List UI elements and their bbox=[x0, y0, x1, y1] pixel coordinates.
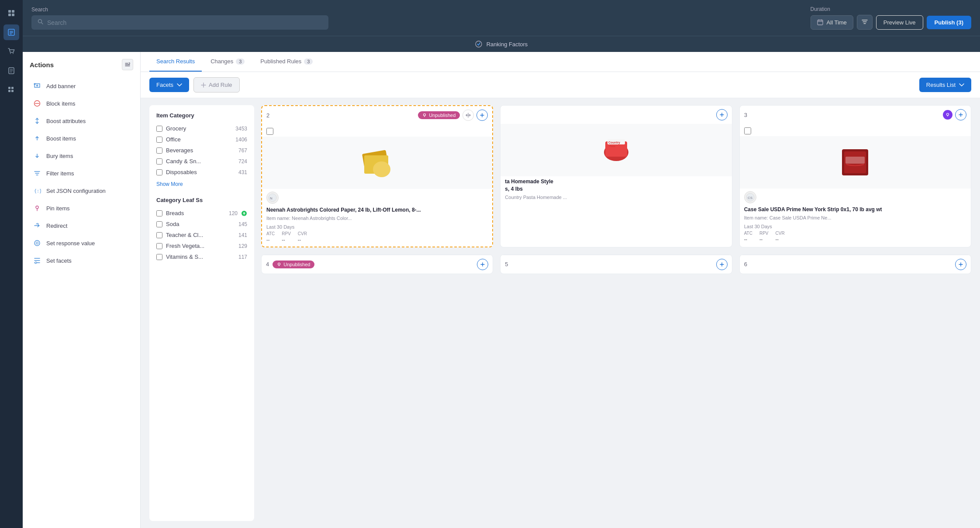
facet-group-item-category: Item Category Grocery 3453 Office 1406 bbox=[156, 112, 247, 188]
action-bury-items[interactable]: Bury items bbox=[30, 147, 133, 165]
svg-rect-12 bbox=[11, 87, 14, 89]
card-2-add-button[interactable] bbox=[476, 110, 488, 121]
facets-button[interactable]: Facets bbox=[149, 78, 189, 92]
card-5-add-button[interactable] bbox=[716, 259, 728, 270]
card-4-bottom: 4 Unpublished bbox=[262, 255, 493, 274]
tab-changes-label: Changes bbox=[210, 58, 233, 65]
action-set-json[interactable]: {:} Set JSON configuration bbox=[30, 182, 133, 199]
facet-item-office[interactable]: Office 1406 bbox=[156, 134, 247, 145]
product-card-5[interactable]: 5 bbox=[500, 254, 732, 274]
facet-item-breads[interactable]: Breads 120 bbox=[156, 208, 247, 219]
card-partial-add-button[interactable] bbox=[716, 109, 728, 120]
action-boost-attributes[interactable]: Boost attributes bbox=[30, 112, 133, 130]
product-card-3[interactable]: 3 bbox=[739, 105, 971, 247]
results-toolbar: Facets Add Rule Results List bbox=[141, 72, 980, 98]
facet-item-disposables[interactable]: Disposables 431 bbox=[156, 167, 247, 178]
search-box[interactable] bbox=[31, 15, 328, 30]
facet-item-beverages[interactable]: Beverages 767 bbox=[156, 145, 247, 156]
card-2-header-right: Unpublished bbox=[418, 110, 488, 121]
facet-label-beverages: Beverages bbox=[166, 147, 235, 154]
card-3-rpv-value: -- bbox=[759, 237, 769, 242]
sidebar-icon-apps[interactable] bbox=[3, 82, 19, 98]
card-3-checkbox[interactable] bbox=[744, 127, 751, 134]
card-4-bottom-left: 4 Unpublished bbox=[266, 261, 314, 268]
card-partial-header bbox=[500, 106, 732, 124]
action-boost-items[interactable]: Boost items bbox=[30, 130, 133, 147]
card-2-checkbox[interactable] bbox=[266, 128, 273, 135]
svg-rect-11 bbox=[8, 87, 10, 89]
facet-count-fresh-vegeta: 129 bbox=[238, 243, 247, 249]
facet-group-category-leaf: Category Leaf Ss Breads 120 bbox=[156, 197, 247, 262]
card-2-stats: ATC -- RPV -- CVR bbox=[266, 231, 488, 242]
facet-checkbox-vitamins[interactable] bbox=[156, 254, 162, 260]
card-5-number: 5 bbox=[505, 261, 508, 267]
action-filter-items[interactable]: Filter items bbox=[30, 165, 133, 182]
action-set-facets[interactable]: Set facets bbox=[30, 252, 133, 269]
facet-item-grocery[interactable]: Grocery 3453 bbox=[156, 123, 247, 134]
add-rule-button[interactable]: Add Rule bbox=[193, 77, 239, 93]
sidebar-icon-dashboard[interactable] bbox=[3, 24, 19, 40]
facet-item-fresh-vegeta[interactable]: Fresh Vegeta... 129 bbox=[156, 240, 247, 251]
facet-category-leaf-title: Category Leaf Ss bbox=[156, 197, 247, 203]
facet-checkbox-disposables[interactable] bbox=[156, 169, 162, 175]
sidebar-icon-cart[interactable] bbox=[3, 44, 19, 59]
card-3-add-button[interactable] bbox=[955, 109, 966, 120]
action-redirect[interactable]: Redirect bbox=[30, 217, 133, 234]
facet-item-vitamins[interactable]: Vitamins & S... 117 bbox=[156, 251, 247, 262]
main-container: Search Duration bbox=[23, 0, 980, 528]
card-3-product-svg bbox=[833, 143, 877, 182]
add-banner-label: Add banner bbox=[46, 83, 76, 89]
card-2-unpublished-badge: Unpublished bbox=[418, 111, 460, 119]
products-top-row: 2 Unpublished bbox=[261, 105, 971, 247]
facet-item-soda[interactable]: Soda 145 bbox=[156, 219, 247, 230]
filter-icon-button[interactable] bbox=[857, 15, 873, 30]
facet-checkbox-office[interactable] bbox=[156, 137, 162, 143]
svg-rect-16 bbox=[818, 20, 823, 25]
facet-checkbox-teacher[interactable] bbox=[156, 232, 162, 238]
facet-item-candy[interactable]: Candy & Sn... 724 bbox=[156, 156, 247, 167]
publish-button[interactable]: Publish (3) bbox=[927, 16, 971, 29]
facets-button-label: Facets bbox=[156, 82, 173, 88]
svg-point-24 bbox=[35, 262, 37, 264]
product-card-partial-right[interactable]: Country Pasta ta Homemade Styles, 4 lbs … bbox=[500, 105, 732, 247]
sidebar-icon-document[interactable] bbox=[3, 63, 19, 79]
card-4-number: 4 bbox=[266, 261, 269, 267]
facet-checkbox-beverages[interactable] bbox=[156, 147, 162, 154]
pin-items-label: Pin items bbox=[46, 205, 69, 212]
facet-checkbox-grocery[interactable] bbox=[156, 126, 162, 132]
action-pin-items[interactable]: Pin items bbox=[30, 199, 133, 217]
facet-checkbox-breads[interactable] bbox=[156, 210, 162, 216]
redirect-icon bbox=[32, 221, 42, 230]
card-6-add-button[interactable] bbox=[955, 259, 966, 270]
collapse-button[interactable] bbox=[122, 59, 133, 70]
svg-point-43 bbox=[278, 263, 280, 265]
svg-point-29 bbox=[373, 161, 390, 177]
facet-checkbox-candy[interactable] bbox=[156, 158, 162, 165]
pin-items-icon bbox=[32, 203, 42, 213]
action-set-response[interactable]: Set response value bbox=[30, 234, 133, 252]
duration-button[interactable]: All Time bbox=[811, 15, 853, 30]
facet-checkbox-fresh-vegeta[interactable] bbox=[156, 243, 162, 249]
product-card-4[interactable]: 4 Unpublished bbox=[261, 254, 493, 274]
search-input[interactable] bbox=[47, 19, 322, 26]
card-4-add-button[interactable] bbox=[477, 259, 488, 270]
sidebar-icon-grid[interactable] bbox=[3, 5, 19, 21]
results-list-button[interactable]: Results List bbox=[919, 78, 971, 92]
tab-changes[interactable]: Changes 3 bbox=[204, 52, 252, 72]
facet-checkbox-soda[interactable] bbox=[156, 221, 162, 227]
preview-live-button[interactable]: Preview Live bbox=[876, 15, 923, 30]
show-more-link[interactable]: Show More bbox=[156, 180, 247, 188]
tab-published-rules[interactable]: Published Rules 3 bbox=[253, 52, 320, 72]
card-2-move-button[interactable] bbox=[462, 110, 474, 121]
ranking-bar[interactable]: Ranking Factors bbox=[23, 36, 980, 52]
add-banner-icon bbox=[32, 81, 42, 91]
card-3-metrics: Last 30 Days ATC -- RPV -- bbox=[744, 224, 966, 242]
tab-search-results[interactable]: Search Results bbox=[149, 52, 202, 72]
action-add-banner[interactable]: Add banner bbox=[30, 77, 133, 95]
product-card-6[interactable]: 6 bbox=[739, 254, 971, 274]
facet-item-teacher[interactable]: Teacher & Cl... 141 bbox=[156, 230, 247, 240]
ranking-label: Ranking Factors bbox=[487, 41, 528, 48]
action-block-items[interactable]: Block items bbox=[30, 95, 133, 112]
product-card-2[interactable]: 2 Unpublished bbox=[261, 105, 493, 247]
card-3-atc-value: -- bbox=[744, 237, 752, 242]
